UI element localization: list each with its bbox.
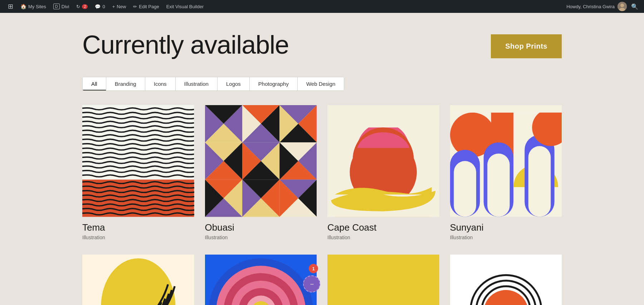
artwork-sunyani[interactable]: Sunyani Illustration [450, 105, 562, 240]
artwork-grid: Tema Illustration [82, 105, 562, 305]
chat-button[interactable]: ··· [303, 275, 320, 292]
artwork-untitled6[interactable]: 1 ··· [205, 255, 317, 305]
filter-tabs: All Branding Icons Illustration Logos Ph… [82, 77, 344, 91]
artwork-thumb-untitled7 [327, 255, 439, 305]
artwork-thumb-cape-coast [327, 105, 439, 217]
main-content: Currently available Shop Prints All Bran… [0, 13, 644, 305]
my-sites[interactable]: 🏠 My Sites [17, 0, 50, 13]
artwork-category-cape-coast: Illustration [327, 235, 439, 240]
avatar[interactable] [618, 2, 627, 11]
artwork-untitled7[interactable] [327, 255, 439, 305]
tab-web-design[interactable]: Web Design [298, 77, 344, 90]
comments[interactable]: 💬 0 [91, 0, 108, 13]
svg-rect-50 [327, 105, 439, 128]
artwork-thumb-tema [82, 105, 194, 217]
exit-visual-builder[interactable]: Exit Visual Builder [163, 0, 208, 13]
artwork-untitled8[interactable] [450, 255, 562, 305]
artwork-title-tema: Tema [82, 222, 194, 233]
artwork-untitled5[interactable] [82, 255, 194, 305]
svg-rect-6 [82, 180, 194, 217]
svg-rect-57 [454, 161, 476, 217]
greeting-text: Howdy, Christina Gwira [566, 4, 615, 9]
tab-illustration[interactable]: Illustration [176, 77, 218, 90]
tab-logos[interactable]: Logos [218, 77, 250, 90]
artwork-title-cape-coast: Cape Coast [327, 222, 439, 233]
tab-branding[interactable]: Branding [106, 77, 145, 90]
artwork-title-obuasi: Obuasi [205, 222, 317, 233]
artwork-tema[interactable]: Tema Illustration [82, 105, 194, 240]
svg-rect-61 [528, 146, 551, 217]
artwork-thumb-untitled8 [450, 255, 562, 305]
divi-menu[interactable]: D Divi [50, 0, 73, 13]
tab-icons[interactable]: Icons [145, 77, 176, 90]
wp-logo[interactable]: ⊞ [4, 0, 17, 13]
artwork-thumb-untitled6 [205, 255, 317, 305]
artwork-category-sunyani: Illustration [450, 235, 562, 240]
page-header: Currently available Shop Prints [82, 31, 562, 59]
artwork-thumb-obuasi [205, 105, 317, 217]
artwork-obuasi[interactable]: Obuasi Illustration [205, 105, 317, 240]
new-button[interactable]: + New [109, 0, 130, 13]
svg-rect-63 [450, 105, 562, 113]
edit-page[interactable]: ✏ Edit Page [130, 0, 162, 13]
search-icon[interactable]: 🔍 [630, 2, 640, 11]
artwork-cape-coast[interactable]: Cape Coast Illustration [327, 105, 439, 240]
updates[interactable]: ↻ 2 [73, 0, 91, 13]
artwork-thumb-sunyani [450, 105, 562, 217]
svg-rect-59 [487, 154, 510, 217]
chat-count: 1 [309, 264, 318, 273]
svg-point-1 [620, 4, 624, 7]
artwork-category-tema: Illustration [82, 235, 194, 240]
shop-prints-button[interactable]: Shop Prints [491, 34, 562, 58]
artwork-category-obuasi: Illustration [205, 235, 317, 240]
admin-bar: ⊞ 🏠 My Sites D Divi ↻ 2 💬 0 + New ✏ Edit… [0, 0, 644, 13]
tab-photography[interactable]: Photography [250, 77, 298, 90]
artwork-title-sunyani: Sunyani [450, 222, 562, 233]
page-title: Currently available [82, 31, 289, 59]
tab-all[interactable]: All [83, 77, 106, 90]
svg-rect-75 [327, 255, 439, 305]
artwork-thumb-untitled5 [82, 255, 194, 305]
